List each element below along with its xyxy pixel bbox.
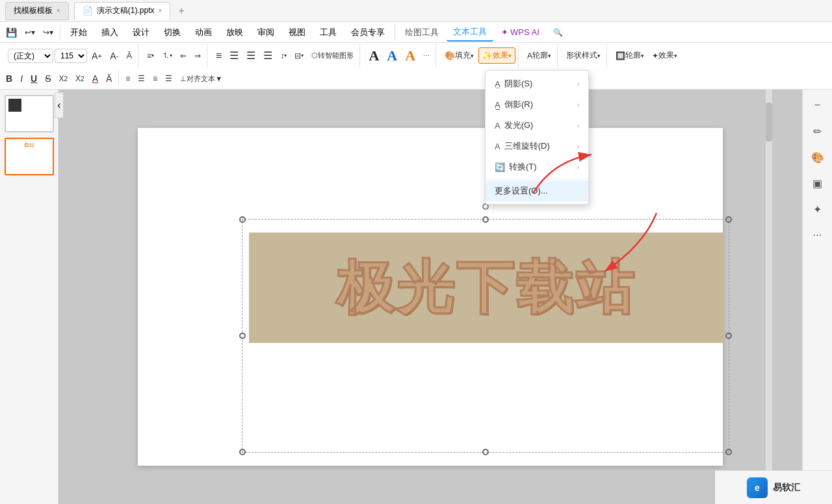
shape-style-btn[interactable]: 形状样式 ▾: [563, 48, 604, 63]
increase-font-btn[interactable]: A+: [88, 49, 105, 63]
more-right-btn[interactable]: ···: [807, 225, 828, 246]
underline-btn[interactable]: U: [27, 71, 40, 86]
align-left-btn[interactable]: ≡: [213, 48, 225, 64]
line-spacing-btn[interactable]: ↕▾: [277, 49, 290, 62]
glow-icon: A: [495, 121, 500, 131]
shape-outline-btn[interactable]: 🔲 轮廓 ▾: [612, 48, 647, 63]
handle-tr[interactable]: [725, 216, 732, 223]
indent-dec-btn[interactable]: ⇐: [177, 49, 190, 62]
menu-insert[interactable]: 插入: [95, 24, 125, 41]
canvas-area[interactable]: 极光下载站: [58, 90, 802, 504]
dropdown-more-settings[interactable]: 更多设置(O)...: [486, 181, 588, 201]
bullets-btn[interactable]: ≡▾: [144, 49, 157, 62]
tab-doc-close[interactable]: ×: [159, 7, 162, 14]
redo-btn[interactable]: ↪▾: [40, 26, 57, 39]
text-box[interactable]: 极光下载站: [242, 219, 729, 453]
align-right-btn[interactable]: ☰: [243, 47, 259, 64]
align-center2-btn[interactable]: ☰: [135, 72, 148, 85]
font-size-select[interactable]: 115 72 96: [55, 49, 87, 63]
add-tab-button[interactable]: +: [176, 5, 187, 17]
tab-template[interactable]: 找模板模板 ×: [5, 2, 69, 20]
menu-wps-ai[interactable]: ✦ WPS AI: [495, 25, 546, 40]
tab-doc-icon: 📄: [83, 6, 93, 16]
dropdown-shadow[interactable]: A̤ 阴影(S) ›: [486, 73, 588, 94]
zoom-out-btn[interactable]: −: [807, 95, 828, 116]
dropdown-glow[interactable]: A 发光(G) ›: [486, 115, 588, 136]
bold-btn[interactable]: B: [3, 71, 16, 86]
clear-format-btn[interactable]: Ā: [123, 49, 135, 62]
pen-btn[interactable]: ✏: [807, 121, 828, 142]
handle-bc[interactable]: [482, 449, 489, 455]
shadow-label: 阴影(S): [504, 78, 532, 90]
toolbar-row1: (正文) 微软雅黑 宋体 115 72 96 A+ A- Ā ≡▾ ⒈▾ ⇐ ⇒…: [0, 43, 832, 68]
justify2-btn[interactable]: ☰: [162, 72, 176, 85]
align-left2-btn[interactable]: ≡: [122, 72, 133, 85]
transform-icon: ⬡: [311, 51, 318, 60]
glow-chevron: ›: [577, 122, 579, 129]
menu-vip[interactable]: 会员专享: [344, 24, 391, 41]
font-more-btn[interactable]: ⋯: [420, 50, 433, 61]
color-picker-btn[interactable]: 🎨: [807, 147, 828, 168]
undo-btn[interactable]: ↩▾: [21, 26, 38, 39]
menu-view[interactable]: 视图: [282, 24, 312, 41]
shape-effects-btn[interactable]: ✦ 效果 ▾: [649, 48, 681, 63]
menu-animation[interactable]: 动画: [188, 24, 218, 41]
handle-bl[interactable]: [239, 449, 246, 455]
justify-btn[interactable]: ☰: [260, 47, 276, 64]
decrease-font-btn[interactable]: A-: [107, 49, 122, 63]
quick-save-btn[interactable]: 💾: [3, 25, 20, 40]
handle-tc[interactable]: [482, 216, 489, 223]
strikethrough-btn[interactable]: S: [42, 71, 54, 86]
magic-btn[interactable]: ✦: [807, 199, 828, 220]
menu-slideshow[interactable]: 放映: [220, 24, 250, 41]
font-a-orange-btn[interactable]: A: [402, 45, 419, 66]
font-a-black-btn[interactable]: A: [365, 45, 382, 66]
indent-inc-btn[interactable]: ⇒: [191, 49, 204, 62]
align-right2-btn[interactable]: ≡: [150, 72, 161, 85]
subscript-btn[interactable]: X2: [72, 72, 88, 85]
numbering-btn[interactable]: ⒈▾: [159, 48, 176, 63]
align-center-btn[interactable]: ☰: [226, 47, 242, 64]
superscript-btn[interactable]: X2: [55, 72, 71, 85]
font-family-select[interactable]: (正文) 微软雅黑 宋体: [8, 49, 53, 63]
align-group: ≡ ☰ ☰ ☰ ↕▾ ⊟▾ ⬡ 转智能图形: [210, 44, 360, 68]
dropdown-3d-rotate[interactable]: A 三维旋转(D) ›: [486, 136, 588, 157]
handle-ml[interactable]: [239, 333, 246, 339]
slide-thumb-2[interactable]: 载站: [5, 138, 54, 175]
handle-tl[interactable]: [239, 216, 246, 223]
dropdown-reflection[interactable]: A̲ 倒影(R) ›: [486, 94, 588, 115]
fill-label: 填充: [455, 50, 471, 61]
highlight-color-btn[interactable]: Ā: [103, 71, 115, 86]
search-btn[interactable]: 🔍: [550, 26, 566, 39]
toolbar-row2: B I U S X2 X2 A Ā ≡ ☰ ≡ ☰ ⊥ 对齐文本▼: [0, 68, 832, 89]
italic-btn[interactable]: I: [17, 71, 26, 86]
effects-btn[interactable]: ✨ 效果 ▾: [478, 47, 515, 64]
handle-br[interactable]: [725, 449, 732, 455]
column-layout-btn[interactable]: ⊟▾: [291, 49, 307, 62]
menu-home[interactable]: 开始: [64, 24, 94, 41]
vertical-scrollbar[interactable]: [766, 90, 772, 504]
menu-tools[interactable]: 工具: [313, 24, 343, 41]
main-text-box[interactable]: 极光下载站: [249, 233, 723, 343]
menu-design[interactable]: 设计: [126, 24, 156, 41]
menu-transition[interactable]: 切换: [157, 24, 187, 41]
menu-draw-tools[interactable]: 绘图工具: [398, 24, 445, 41]
frame-btn[interactable]: ▣: [807, 173, 828, 194]
shape-style-group: 形状样式 ▾: [560, 44, 607, 68]
font-a-blue-btn[interactable]: A: [384, 45, 400, 66]
tab-template-close[interactable]: ×: [57, 7, 60, 14]
panel-collapse-btn[interactable]: ‹: [55, 92, 58, 118]
slide-thumb-1[interactable]: [5, 95, 54, 132]
outline-btn[interactable]: A 轮廓 ▾: [524, 48, 554, 63]
scrollbar-thumb[interactable]: [766, 103, 772, 142]
font-color-btn[interactable]: A: [89, 71, 101, 86]
menu-text-tools[interactable]: 文本工具: [447, 23, 493, 42]
dropdown-transform[interactable]: 🔄 转换(T) ›: [486, 157, 588, 177]
transform-shape-btn[interactable]: ⬡ 转智能图形: [308, 49, 357, 62]
align-text-btn[interactable]: ⊥ 对齐文本▼: [177, 72, 226, 86]
tab-doc[interactable]: 📄 演示文稿(1).pptx ×: [74, 2, 171, 20]
menu-review[interactable]: 审阅: [251, 24, 281, 41]
fill-btn[interactable]: 🎨 填充 ▾: [441, 48, 477, 63]
handle-mr[interactable]: [725, 333, 732, 339]
dropdown-divider: [486, 179, 588, 179]
